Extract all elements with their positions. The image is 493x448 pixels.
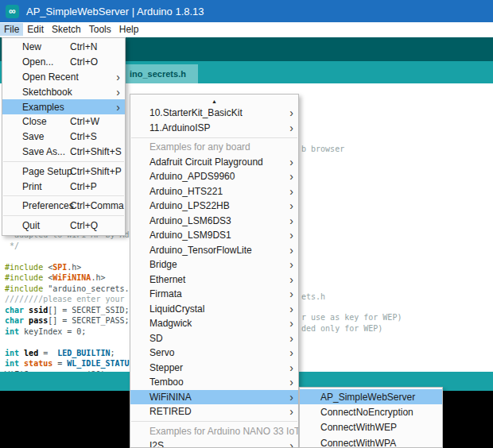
menu-separator bbox=[3, 195, 124, 196]
menu-item-11-arduinoisp[interactable]: 11.ArduinoISP › bbox=[130, 121, 298, 136]
submenu-arrow-icon: › bbox=[289, 332, 293, 343]
tab-arduino-secrets[interactable]: ino_secrets.h bbox=[123, 64, 198, 83]
menu-item-save-as[interactable]: Save As... Ctrl+Shift+S bbox=[2, 145, 125, 160]
menu-item-arduino-tensorflowlite[interactable]: Arduino_TensorFlowLite › bbox=[130, 243, 298, 258]
submenu-arrow-icon: › bbox=[289, 318, 293, 329]
code-line: #include "arduino_secrets.h" bbox=[5, 284, 149, 295]
menu-item-label: SD bbox=[149, 333, 163, 344]
menu-item-shortcut: Ctrl+S bbox=[70, 131, 97, 142]
menu-item-madgwick[interactable]: Madgwick › bbox=[130, 316, 298, 331]
menu-item-page-setup[interactable]: Page Setup Ctrl+Shift+P bbox=[2, 164, 125, 179]
menu-item-label: Arduino_LPS22HB bbox=[149, 200, 230, 211]
submenu-arrow-icon: › bbox=[289, 406, 293, 417]
menu-item-label: Save bbox=[22, 131, 44, 142]
submenu-arrow-icon: › bbox=[289, 214, 293, 226]
menu-item-ap-simplewebserver[interactable]: AP_SimpleWebServer bbox=[300, 389, 442, 404]
menu-item-arduino-apds9960[interactable]: Arduino_APDS9960 › bbox=[130, 169, 298, 184]
menu-item-firmata[interactable]: Firmata › bbox=[130, 287, 298, 302]
menu-item-shortcut: Ctrl+W bbox=[70, 116, 99, 127]
menu-item-10-starterkit-basickit[interactable]: 10.StarterKit_BasicKit › bbox=[130, 106, 298, 121]
submenu-arrow-icon: › bbox=[289, 156, 293, 167]
menu-item-save[interactable]: Save Ctrl+S bbox=[2, 129, 125, 145]
menu-item-quit[interactable]: Quit Ctrl+Q bbox=[2, 218, 125, 234]
submenu-arrow-icon: › bbox=[116, 101, 120, 112]
code-fragment: b browser bbox=[301, 145, 344, 153]
menu-item-i2s[interactable]: I2S › bbox=[130, 438, 298, 448]
menu-item-label: ConnectWithWPA bbox=[320, 438, 396, 448]
menu-separator bbox=[131, 421, 297, 422]
menu-item-label: Sketchbook bbox=[22, 87, 72, 98]
code-line: char pass[] = SECRET_PASS; bbox=[5, 315, 149, 326]
menu-item-connectwithwpa[interactable]: ConnectWithWPA bbox=[300, 435, 442, 448]
submenu-arrow-icon: › bbox=[289, 288, 293, 299]
menu-item-connectnoencryption[interactable]: ConnectNoEncryption bbox=[300, 404, 442, 419]
menu-item-stepper[interactable]: Stepper › bbox=[130, 361, 298, 376]
menu-item-arduino-lsm6ds3[interactable]: Arduino_LSM6DS3 › bbox=[130, 214, 298, 229]
menu-item-examples[interactable]: Examples › bbox=[2, 99, 125, 114]
menu-separator bbox=[3, 161, 124, 162]
menu-item-close[interactable]: Close Ctrl+W bbox=[2, 114, 125, 129]
menubar-item-tools[interactable]: Tools bbox=[85, 23, 115, 36]
menu-item-bridge[interactable]: Bridge › bbox=[130, 257, 298, 272]
editor-code[interactable]: adapted to WiFi AP by Adafr */#include <… bbox=[5, 230, 149, 380]
menu-item-label: Arduino_LSM6DS3 bbox=[149, 215, 231, 226]
menu-item-connectwithwep[interactable]: ConnectWithWEP bbox=[300, 420, 442, 435]
menu-item-sketchbook[interactable]: Sketchbook › bbox=[2, 84, 125, 99]
menu-item-shortcut: Ctrl+Comma bbox=[70, 200, 124, 211]
menu-item-label: Arduino_APDS9960 bbox=[149, 171, 235, 182]
menu-item-new[interactable]: New Ctrl+N bbox=[2, 40, 125, 55]
menu-item-arduino-lps22hb[interactable]: Arduino_LPS22HB › bbox=[130, 199, 298, 214]
examples-submenu: ▲ 10.StarterKit_BasicKit › 11.ArduinoISP… bbox=[130, 94, 299, 448]
menu-item-label: AP_SimpleWebServer bbox=[320, 392, 415, 403]
menu-item-sd[interactable]: SD › bbox=[130, 331, 298, 346]
menu-item-arduino-hts221[interactable]: Arduino_HTS221 › bbox=[130, 184, 298, 199]
menu-item-print[interactable]: Print Ctrl+P bbox=[2, 179, 125, 194]
menu-item-label: Print bbox=[22, 181, 42, 192]
menu-section-header: Examples for Arduino NANO 33 IoT bbox=[130, 424, 298, 439]
menu-item-liquidcrystal[interactable]: LiquidCrystal › bbox=[130, 302, 298, 317]
menu-item-retired[interactable]: RETIRED › bbox=[130, 404, 298, 419]
menu-item-label: LiquidCrystal bbox=[149, 303, 204, 315]
code-line: char ssid[] = SECRET_SSID; bbox=[5, 305, 149, 316]
menu-item-shortcut: Ctrl+Q bbox=[70, 220, 98, 231]
menu-item-adafruit-circuit-playground[interactable]: Adafruit Circuit Playground › bbox=[130, 155, 298, 170]
submenu-arrow-icon: › bbox=[289, 185, 293, 196]
submenu-arrow-icon: › bbox=[289, 273, 293, 284]
code-line: int led = LED_BUILTIN; bbox=[5, 348, 149, 359]
code-fragment: ded only for WEP) bbox=[301, 324, 382, 333]
menubar-item-edit[interactable]: Edit bbox=[23, 23, 48, 36]
scroll-up-icon[interactable]: ▲ bbox=[130, 96, 298, 106]
menu-item-label: Bridge bbox=[149, 259, 177, 270]
submenu-arrow-icon: › bbox=[116, 87, 120, 98]
submenu-arrow-icon: › bbox=[289, 230, 293, 241]
submenu-arrow-icon: › bbox=[289, 107, 293, 118]
menu-item-open-recent[interactable]: Open Recent › bbox=[2, 70, 125, 85]
menu-item-label: Adafruit Circuit Playground bbox=[149, 156, 263, 168]
menu-item-label: 11.ArduinoISP bbox=[149, 122, 211, 133]
menu-item-label: Arduino_LSM9DS1 bbox=[149, 230, 231, 241]
menubar: File Edit Sketch Tools Help bbox=[0, 22, 493, 36]
menu-item-open[interactable]: Open... Ctrl+O bbox=[2, 55, 125, 70]
submenu-arrow-icon: › bbox=[289, 259, 293, 270]
menu-item-label: Firmata bbox=[149, 288, 182, 299]
menubar-item-sketch[interactable]: Sketch bbox=[48, 23, 85, 36]
code-line: #include <WiFiNINA.h> bbox=[5, 272, 149, 284]
menu-item-shortcut: Ctrl+N bbox=[70, 41, 97, 52]
menubar-item-help[interactable]: Help bbox=[115, 23, 143, 36]
menubar-item-file[interactable]: File bbox=[0, 23, 23, 36]
menu-item-arduino-lsm9ds1[interactable]: Arduino_LSM9DS1 › bbox=[130, 228, 298, 243]
menu-item-shortcut: Ctrl+P bbox=[70, 181, 97, 192]
arduino-logo-icon: ∞ bbox=[6, 5, 19, 18]
menu-item-label: Arduino_TensorFlowLite bbox=[149, 245, 252, 256]
menu-item-label: Preferences bbox=[22, 200, 74, 211]
menu-item-label: Close bbox=[22, 116, 47, 127]
menu-item-ethernet[interactable]: Ethernet › bbox=[130, 272, 298, 288]
submenu-arrow-icon: › bbox=[289, 200, 293, 211]
menu-item-temboo[interactable]: Temboo › bbox=[130, 375, 298, 390]
menu-item-label: ConnectNoEncryption bbox=[320, 407, 413, 418]
menu-item-wifinina[interactable]: WiFiNINA › bbox=[130, 390, 298, 405]
submenu-arrow-icon: › bbox=[289, 122, 293, 133]
code-line: ////////please enter your sens bbox=[5, 294, 149, 305]
menu-item-servo[interactable]: Servo › bbox=[130, 346, 298, 361]
menu-item-preferences[interactable]: Preferences Ctrl+Comma bbox=[2, 199, 125, 214]
